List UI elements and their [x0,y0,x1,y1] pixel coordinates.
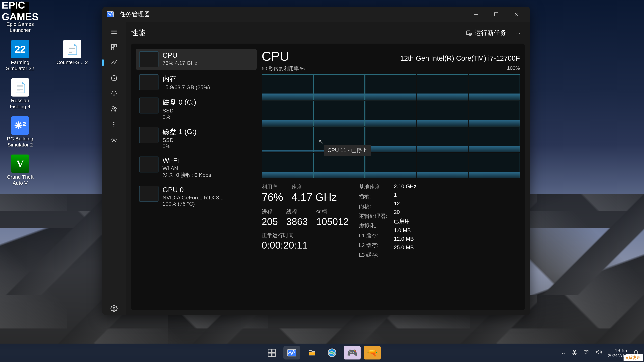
sidebar-details[interactable] [107,118,121,131]
uptime-value: 0:00:20:11 [262,240,349,251]
gtav-icon: V [11,155,29,173]
more-button[interactable]: ··· [515,29,525,36]
sidebar-users[interactable] [107,102,121,116]
run-task-icon [466,29,472,36]
perf-thumb [139,51,158,67]
tray-chevron-icon[interactable]: ︿ [561,349,566,357]
maximize-button[interactable]: ☐ [486,8,506,20]
perf-sub: SSD [162,108,196,114]
volume-icon[interactable] [595,349,602,357]
sidebar-settings[interactable] [107,302,121,315]
perf-item-disk1[interactable]: 磁盘 1 (G:) SSD 0% [136,124,256,152]
perf-title: 磁盘 0 (C:) [162,97,196,107]
desktop-icon-epic[interactable]: EPIC GAMES Epic Games Launcher [3,2,37,33]
svg-point-5 [112,107,114,109]
thread-value: 3863 [286,216,308,227]
taskmgr-icon [106,11,114,17]
perf-sub: WLAN [162,165,211,171]
perf-title: GPU 0 [162,186,224,194]
sidebar-performance[interactable] [107,56,121,69]
perf-thumb [139,74,158,90]
perf-sub2: 100% (76 °C) [162,201,224,207]
run-task-label: 运行新任务 [474,28,506,37]
sidebar-processes[interactable] [107,40,121,54]
graph-label: 60 秒内的利用率 % [262,65,305,72]
time: 18:55 [608,348,627,353]
proc-label: 进程 [262,208,278,216]
watermark: ●系统豆 [624,354,643,361]
perf-sub: 15.9/63.7 GB (25%) [162,84,210,90]
perf-title: 磁盘 1 (G:) [162,127,196,136]
svg-point-7 [113,139,115,141]
minimize-button[interactable]: ─ [466,8,486,20]
desktop-icon-fs22[interactable]: 22 Farming Simulator 22 [3,40,37,71]
desktop-icon-rf4[interactable]: 📄 Russian Fishing 4 [3,78,37,110]
desktop-icon-gtav[interactable]: V Grand Theft Auto V [3,155,37,186]
perf-sub2: 发送: 0 接收: 0 Kbps [162,171,211,179]
sidebar-history[interactable] [107,71,121,85]
start-button[interactable] [263,346,280,360]
taskbar-app1[interactable]: 🎮 [344,346,360,360]
perf-sub: NVIDIA GeForce RTX 3... [162,195,224,201]
taskbar-app2[interactable]: 🔫 [364,346,381,360]
perf-item-disk0[interactable]: 磁盘 0 (C:) SSD 0% [136,95,256,123]
perf-sub2: 0% [162,114,196,120]
close-button[interactable]: ✕ [506,8,526,20]
epic-icon: EPIC GAMES [11,2,29,20]
fs22-icon: 22 [11,40,29,58]
ime-indicator[interactable]: 英 [572,349,577,357]
perf-item-memory[interactable]: 内存 15.9/63.7 GB (25%) [136,71,256,93]
perf-title: 内存 [162,74,210,84]
speed-label: 速度 [292,183,337,191]
taskbar-edge[interactable] [324,346,340,360]
svg-rect-12 [272,349,276,353]
desktop-icon-label: Epic Games Launcher [3,21,37,33]
perf-item-gpu0[interactable]: GPU 0 NVIDIA GeForce RTX 3... 100% (76 °… [136,183,256,210]
perf-sub: SSD [162,137,196,143]
svg-rect-3 [111,48,114,50]
svg-rect-11 [268,349,271,353]
util-value: 76% [262,191,283,203]
cpu-model: 12th Gen Intel(R) Core(TM) i7-12700F [400,54,520,62]
desktop-icon-label: Grand Theft Auto V [3,174,37,186]
handle-label: 句柄 [316,208,349,216]
svg-point-6 [115,107,116,109]
titlebar[interactable]: 任务管理器 ─ ☐ ✕ [102,7,530,22]
core-tooltip: CPU 11 - 已停止 [324,145,371,156]
desktop-icon-label: Russian Fishing 4 [3,97,37,110]
sidebar [102,22,126,315]
svg-rect-16 [309,352,315,355]
taskbar-center: 🎮 🔫 [263,346,381,360]
taskbar: 🎮 🔫 ︿ 英 18:55 2024/7/14 ●系统豆 [0,344,644,362]
taskbar-taskmgr[interactable] [284,346,300,360]
pcbs-icon: ❋² [11,116,29,135]
wifi-icon[interactable] [583,349,590,357]
graph-max: 100% [507,65,520,72]
proc-value: 205 [262,216,278,227]
sidebar-menu-toggle[interactable] [107,25,121,38]
desktop-icon-label: PC Building Simulator 2 [3,136,37,148]
sidebar-services[interactable] [107,133,121,146]
perf-title: CPU [162,51,198,59]
cpu-core-grid[interactable]: ↖ CPU 11 - 已停止 [262,74,520,178]
svg-rect-2 [114,44,117,47]
desktop-icons: EPIC GAMES Epic Games Launcher 22 Farmin… [3,2,89,186]
desktop-icon-pcbs2[interactable]: ❋² PC Building Simulator 2 [3,116,37,148]
perf-item-wifi[interactable]: Wi-Fi WLAN 发送: 0 接收: 0 Kbps [136,154,256,182]
perf-sub: 76% 4.17 GHz [162,60,198,66]
svg-point-8 [113,308,115,309]
perf-detail: CPU 12th Gen Intel(R) Core(TM) i7-12700F… [262,49,520,305]
perf-thumb [139,157,158,172]
perf-item-cpu[interactable]: CPU 76% 4.17 GHz [136,49,256,70]
svg-rect-9 [466,31,470,34]
speed-value: 4.17 GHz [292,191,337,203]
run-task-button[interactable]: 运行新任务 [462,27,510,39]
file-icon: 📄 [63,40,81,58]
desktop-icon-cs2[interactable]: 📄 Counter-S... 2 [55,40,89,71]
perf-thumb [139,186,158,202]
sidebar-startup[interactable] [107,87,121,100]
taskbar-explorer[interactable] [304,346,320,360]
perf-thumb [139,97,158,113]
window-title: 任务管理器 [120,10,150,18]
uptime-label: 正常运行时间 [262,232,349,239]
